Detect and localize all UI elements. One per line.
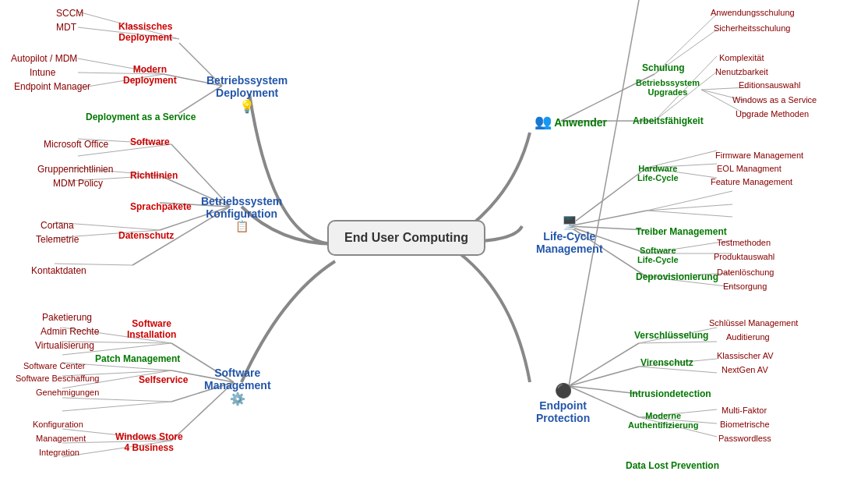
anwender-node: 👥 Anwender	[535, 113, 607, 130]
center-node: End User Computing	[327, 220, 485, 256]
sccm-node: SCCM	[56, 8, 83, 19]
multi-faktor-node: Multi-Faktor	[722, 406, 767, 415]
deployment-as-service-node: Deployment as a Service	[86, 112, 196, 122]
konfiguration-store-node: Konfiguration	[33, 420, 83, 429]
svg-line-59	[569, 343, 639, 386]
endpoint-protection-node: ⚫ Endpoint Protection	[536, 382, 590, 424]
treiber-management-node: Treiber Management	[636, 226, 727, 237]
center-label: End User Computing	[344, 231, 468, 244]
nextgen-av-node: NextGen AV	[722, 365, 768, 374]
svg-line-51	[647, 191, 732, 211]
upgrade-methoden-node: Upgrade Methoden	[736, 109, 809, 119]
mdm-policy-node: MDM Policy	[53, 178, 103, 189]
software-installation-node: Software Installation	[127, 318, 176, 340]
autopilot-node: Autopilot / MDM	[11, 53, 77, 64]
deprovisionierung-node: Deprovisionierung	[636, 271, 718, 282]
datenloschung-node: Datenlöschung	[717, 268, 774, 277]
software-management-node: Software Management ⚙️	[204, 367, 271, 406]
testmethoden-node: Testmethoden	[717, 238, 771, 247]
svg-line-50	[647, 211, 732, 217]
selfservice-node: Selfservice	[139, 374, 188, 385]
passwordless-node: Passwordless	[718, 434, 771, 443]
software-beschaffung-node: Software Beschaffung	[16, 374, 99, 383]
schulung-node: Schulung	[642, 62, 685, 73]
schlussel-management-node: Schlüssel Management	[709, 318, 798, 328]
kontaktdaten-node: Kontaktdaten	[31, 265, 86, 276]
produktauswahl-node: Produktauswahl	[714, 252, 774, 261]
mdt-node: MDT	[56, 22, 76, 33]
svg-line-49	[647, 204, 732, 211]
sprachpakete-node: Sprachpakete	[130, 201, 192, 212]
editionsauswahl-node: Editionsauswahl	[739, 80, 801, 90]
endpoint-manager-node: Endpoint Manager	[14, 81, 90, 92]
genehmigungen-node: Genehmigungen	[36, 388, 99, 397]
datenschutz-node: Datenschutz	[118, 230, 174, 241]
richtlinien-node: Richtlinien	[130, 170, 178, 181]
svg-line-30	[62, 398, 171, 402]
klassischer-av-node: Klassischer AV	[717, 351, 774, 360]
management-store-node: Management	[36, 434, 86, 443]
admin-rechte-node: Admin Rechte	[41, 326, 99, 337]
cortana-node: Cortana	[41, 220, 74, 231]
firmware-management-node: Firmware Management	[715, 151, 803, 160]
patch-management-node: Patch Management	[95, 353, 180, 364]
hardware-lifecycle-node: Hardware Life-Cycle	[637, 164, 679, 182]
auditierung-node: Auditierung	[726, 332, 770, 342]
virenschutz-node: Virenschutz	[640, 357, 693, 368]
lifecycle-node: 🖥️ Life-Cycle Management	[536, 215, 603, 255]
nutzbarkeit-node: Nenutzbarkeit	[715, 67, 768, 76]
anwendungsschulung-node: Anwendungsschulung	[711, 8, 795, 17]
software-lifecycle-node: Software Life-Cycle	[637, 246, 679, 264]
biometrische-node: Biometrische	[720, 420, 770, 429]
svg-line-63	[569, 0, 639, 386]
software-center-node: Software Center	[23, 361, 85, 370]
gruppenrichtlinien-node: Gruppenrichtlinien	[37, 164, 113, 175]
klassisches-deployment-node: Klassisches Deployment	[118, 21, 172, 43]
intune-node: Intune	[30, 67, 55, 78]
virtualisierung-node: Virtualisierung	[35, 340, 94, 351]
verschlusselung-node: Verschlüsselung	[634, 330, 708, 341]
arbeitsfahigkeit-node: Arbeitsfähigkeit	[633, 115, 704, 126]
betriebssystem-deployment-node: Betriebssystem Deployment 💡	[206, 74, 288, 114]
microsoft-office-node: Microsoft Office	[44, 139, 108, 150]
svg-line-31	[62, 402, 171, 411]
modern-deployment-node: Modern Deployment	[123, 64, 177, 86]
paketierung-node: Paketierung	[42, 312, 92, 323]
betriebssystem-konfiguration-node: Betriebssystem Konfiguration 📋	[201, 195, 282, 232]
integration-node: Integration	[39, 448, 79, 457]
eol-management-node: EOL Managment	[717, 164, 782, 173]
betriebssystem-upgrades-node: Betriebssystem Upgrades	[636, 78, 700, 97]
entsorgung-node: Entsorgung	[723, 282, 767, 291]
windows-store-node: Windows Store 4 Business	[115, 431, 183, 453]
telemetrie-node: Telemetrie	[36, 234, 79, 245]
svg-line-65	[639, 342, 717, 343]
data-lost-prevention-node: Data Lost Prevention	[626, 460, 719, 471]
software-sub-node: Software	[130, 136, 170, 147]
intrusiondetection-node: Intrusiondetection	[630, 388, 711, 399]
windows-as-service-node: Windows as a Service	[732, 95, 817, 105]
komplexitat-node: Komplexität	[719, 53, 764, 62]
feature-management-node: Feature Management	[711, 177, 792, 186]
moderne-authentifizierung-node: Moderne Authentifizierung	[628, 411, 698, 430]
sicherheitsschulung-node: Sicherheitsschulung	[714, 23, 790, 33]
